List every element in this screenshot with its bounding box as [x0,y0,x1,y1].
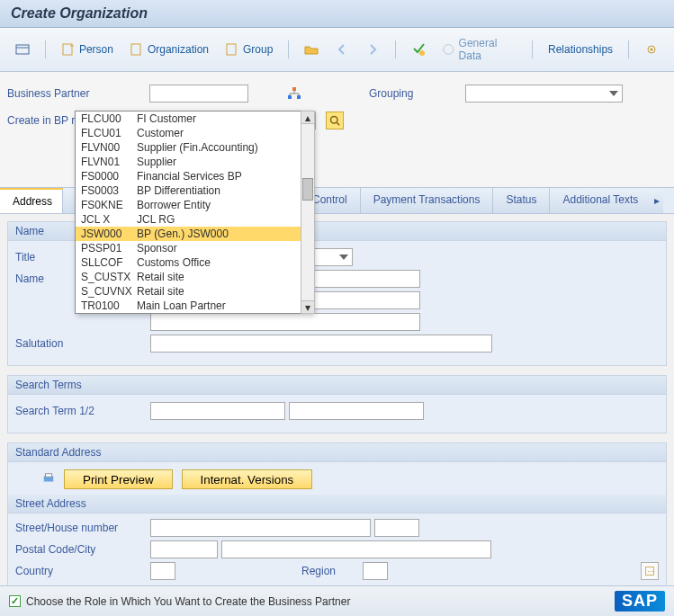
standard-address-title: Standard Address [8,443,666,462]
country-input[interactable] [150,562,175,580]
role-option-code: JSW000 [81,228,137,240]
check-button[interactable] [405,39,432,60]
role-option-S_CUVNX[interactable]: S_CUVNXRetail site [76,284,312,299]
svg-point-7 [444,45,454,55]
standard-address-group: Standard Address Print Preview Internat.… [7,442,667,588]
settings-button[interactable] [638,39,665,60]
internat-versions-button[interactable]: Internat. Versions [182,469,313,489]
tab-scroll-right[interactable]: ▸ [651,188,663,213]
role-option-code: FLCU01 [81,127,137,139]
search-help-icon [329,115,340,126]
bp-hierarchy-button[interactable] [281,83,308,104]
general-data-button[interactable]: General Data [436,33,523,66]
scroll-down-button[interactable]: ▾ [301,300,315,314]
role-option-JSW000[interactable]: JSW000BP (Gen.) JSW000 [76,227,312,241]
postal-city-label: Postal Code/City [15,543,150,556]
tab-additional-texts[interactable]: Additional Texts [550,188,651,213]
role-option-FLVN00[interactable]: FLVN00Supplier (Fin.Accounting) [76,140,312,155]
search-term-label: Search Term 1/2 [15,405,150,417]
role-option-desc: Financial Services BP [137,170,307,183]
arrow-right-icon [365,42,380,57]
group-icon [225,42,239,57]
tab-status[interactable]: Status [493,188,550,213]
role-option-desc: Main Loan Partner [137,299,307,312]
role-option-code: FLCU00 [81,112,137,125]
print-preview-button[interactable]: Print Preview [64,469,173,489]
person-icon [61,42,76,57]
salutation-input[interactable] [150,335,492,353]
role-option-desc: Retail site [137,271,307,283]
dropdown-scrollbar[interactable]: ▴ ▾ [301,111,315,314]
tab-address[interactable]: Address [0,188,63,213]
group-button[interactable]: Group [219,39,279,60]
grouping-label: Grouping [369,87,413,100]
role-option-FS0KNE[interactable]: FS0KNEBorrower Entity [76,198,312,212]
role-option-code: FLVN00 [81,141,137,154]
region-input[interactable] [363,562,388,580]
role-option-PSSP01[interactable]: PSSP01Sponsor [76,241,312,255]
street-address-title: Street Address [8,495,666,513]
region-label: Region [301,565,336,577]
postal-code-input[interactable] [150,540,218,558]
folder-open-icon [304,42,319,57]
business-partner-input[interactable] [149,85,248,103]
svg-point-9 [650,49,652,51]
role-option-code: FLVN01 [81,156,137,168]
more-icon: ⋯ [644,566,655,576]
status-ok-icon [9,595,21,607]
city-input[interactable] [221,540,491,558]
business-partner-label: Business Partner [7,87,142,100]
scroll-thumb[interactable] [302,178,313,201]
person-button[interactable]: Person [55,39,120,60]
search-terms-title: Search Terms [8,376,666,395]
role-option-desc: Customs Office [137,256,307,269]
role-option-FS0000[interactable]: FS0000Financial Services BP [76,169,312,183]
search-term2-input[interactable] [289,402,424,420]
role-option-desc: Supplier (Fin.Accounting) [137,141,307,154]
role-search-help-button[interactable] [326,112,344,129]
role-option-code: SLLCOF [81,256,137,269]
forward-button[interactable] [359,39,386,60]
role-option-desc: Customer [137,127,307,139]
arrow-left-icon [335,42,349,57]
role-option-desc: JCL RG [137,213,307,226]
hierarchy-icon [287,86,301,101]
scroll-up-button[interactable]: ▴ [301,111,315,124]
role-option-FLVN01[interactable]: FLVN01Supplier [76,155,312,169]
svg-rect-4 [131,44,140,55]
role-option-SLLCOF[interactable]: SLLCOFCustoms Office [76,255,312,270]
role-option-FLCU01[interactable]: FLCU01Customer [76,126,312,140]
role-option-code: PSSP01 [81,242,137,254]
grouping-select[interactable] [465,85,623,103]
role-option-FLCU00[interactable]: FLCU00FI Customer [76,112,312,126]
svg-text:⋯: ⋯ [647,567,654,576]
internat-versions-label: Internat. Versions [201,473,294,487]
status-bar: Choose the Role in Which You Want to Cre… [0,585,674,616]
role-option-FS0003[interactable]: FS0003BP Differentiation [76,183,312,198]
locator-button[interactable] [9,39,36,60]
search-term1-input[interactable] [150,402,285,420]
bp-role-dropdown: FLCU00FI CustomerFLCU01CustomerFLVN00Sup… [75,111,313,314]
back-button[interactable] [328,39,355,60]
separator [45,40,46,58]
separator [288,40,289,58]
address-more-button[interactable]: ⋯ [641,562,659,580]
svg-rect-5 [227,44,236,55]
scroll-track[interactable] [301,124,315,300]
role-option-code: JCL X [81,213,137,226]
tab-payment-transactions[interactable]: Payment Transactions [361,188,494,213]
salutation-label: Salutation [15,337,150,350]
house-number-input[interactable] [374,519,419,537]
role-option-code: S_CUSTX [81,271,137,283]
print-icon [42,472,55,487]
svg-rect-12 [297,95,301,99]
role-option-S_CUSTX[interactable]: S_CUSTXRetail site [76,270,312,284]
role-option-JCL   X[interactable]: JCL XJCL RG [76,212,312,227]
street-input[interactable] [150,519,371,537]
open-button[interactable] [298,39,325,60]
relationships-button[interactable]: Relationships [542,40,619,59]
organization-button[interactable]: Organization [123,39,215,60]
general-data-icon [442,42,454,57]
role-option-TR0100[interactable]: TR0100Main Loan Partner [76,299,312,313]
name-input-3[interactable] [150,313,420,331]
